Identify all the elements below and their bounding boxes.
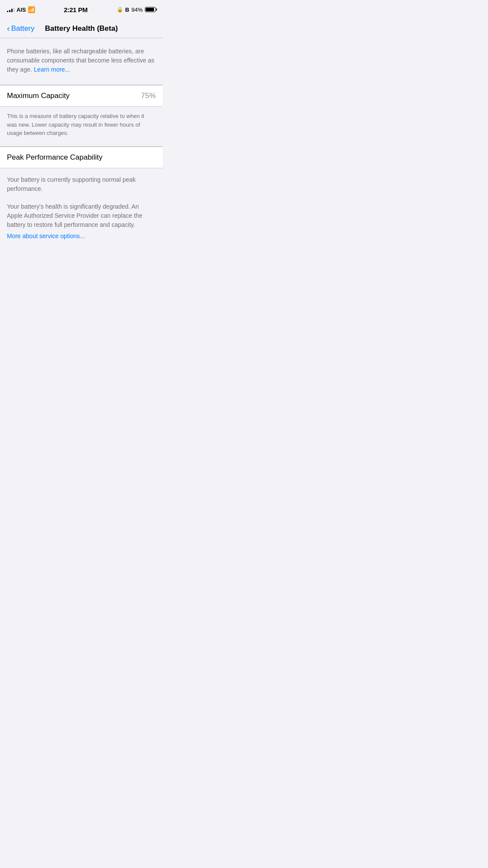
signal-bar-2 xyxy=(9,10,10,12)
back-chevron-icon: ‹ xyxy=(7,24,10,33)
content: Phone batteries, like all rechargeable b… xyxy=(0,38,163,379)
page-title: Battery Health (Beta) xyxy=(45,24,118,33)
status-time: 2:21 PM xyxy=(64,6,88,13)
performance-normal-text: Your battery is currently supporting nor… xyxy=(7,175,156,193)
performance-degraded-text: Your battery's health is significantly d… xyxy=(7,202,156,229)
lock-icon: 🔒 xyxy=(117,7,123,13)
battery-icon xyxy=(145,7,156,12)
signal-bar-1 xyxy=(7,11,8,12)
battery-percent: 94% xyxy=(131,7,143,13)
signal-bar-3 xyxy=(11,9,13,12)
maximum-capacity-row: Maximum Capacity 75% xyxy=(0,85,163,107)
maximum-capacity-value: 75% xyxy=(141,92,156,100)
capacity-description-text: This is a measure of battery capacity re… xyxy=(7,113,144,136)
info-description: Phone batteries, like all rechargeable b… xyxy=(7,48,154,73)
capacity-description-section: This is a measure of battery capacity re… xyxy=(0,107,163,147)
signal-bar-4 xyxy=(13,8,15,12)
signal-bars xyxy=(7,7,15,12)
bottom-fill xyxy=(0,249,163,379)
peak-performance-label: Peak Performance Capability xyxy=(7,153,102,161)
info-section: Phone batteries, like all rechargeable b… xyxy=(0,38,163,85)
peak-performance-row: Peak Performance Capability xyxy=(0,147,163,168)
bluetooth-icon: B xyxy=(125,7,129,13)
nav-bar: ‹ Battery Battery Health (Beta) xyxy=(0,19,163,38)
wifi-icon: 📶 xyxy=(28,6,35,13)
learn-more-link[interactable]: Learn more... xyxy=(34,66,70,73)
status-bar: AIS 📶 2:21 PM 🔒 B 94% xyxy=(0,0,163,19)
status-right: 🔒 B 94% xyxy=(117,7,156,13)
performance-section: Your battery is currently supporting nor… xyxy=(0,168,163,249)
back-button[interactable]: ‹ Battery xyxy=(7,24,35,33)
carrier-label: AIS xyxy=(16,7,26,13)
maximum-capacity-label: Maximum Capacity xyxy=(7,92,70,100)
battery-fill xyxy=(146,8,154,11)
status-left: AIS 📶 xyxy=(7,6,35,13)
service-options-link[interactable]: More about service options... xyxy=(7,233,85,239)
back-label[interactable]: Battery xyxy=(11,24,35,33)
